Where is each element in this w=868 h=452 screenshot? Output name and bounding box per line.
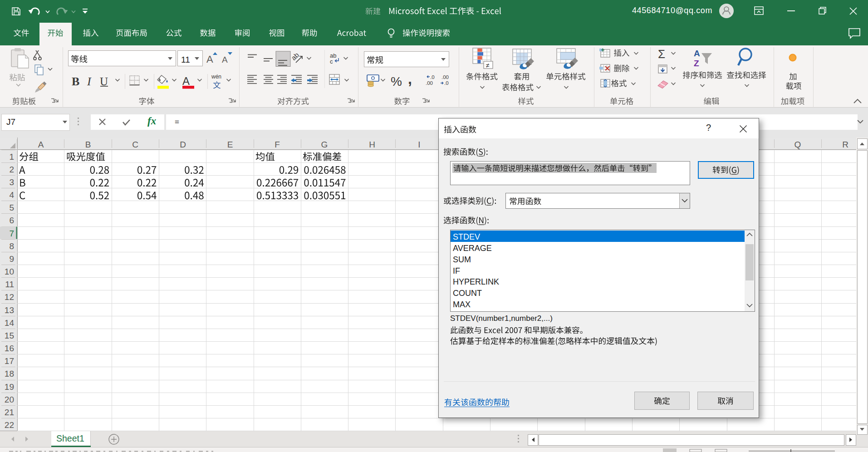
svg-text:B: B xyxy=(85,140,91,149)
svg-text:2: 2 xyxy=(9,165,14,174)
svg-text:14: 14 xyxy=(5,318,15,328)
svg-text:22: 22 xyxy=(5,420,14,430)
svg-text:1: 1 xyxy=(9,152,14,162)
svg-text:21: 21 xyxy=(5,408,14,417)
svg-text:17: 17 xyxy=(5,356,14,366)
svg-text:D: D xyxy=(180,140,186,149)
svg-text:11: 11 xyxy=(181,55,190,64)
svg-text:4: 4 xyxy=(9,190,14,200)
svg-text:H: H xyxy=(369,140,375,149)
svg-text:C: C xyxy=(132,140,138,149)
svg-text:10: 10 xyxy=(5,267,14,276)
svg-text:11: 11 xyxy=(5,280,14,289)
svg-text:20: 20 xyxy=(5,395,14,404)
svg-text:19: 19 xyxy=(5,382,14,392)
svg-text:13: 13 xyxy=(5,305,14,315)
svg-text:5: 5 xyxy=(9,203,14,212)
svg-text:E: E xyxy=(227,140,233,149)
svg-text:3: 3 xyxy=(9,177,14,187)
svg-text:I: I xyxy=(418,140,420,149)
svg-text:8: 8 xyxy=(9,241,14,251)
svg-text:12: 12 xyxy=(5,292,14,302)
svg-text:18: 18 xyxy=(5,369,14,378)
svg-text:R: R xyxy=(842,140,848,149)
svg-text:6: 6 xyxy=(9,216,14,225)
svg-text:Q: Q xyxy=(794,140,801,149)
svg-text:15: 15 xyxy=(5,331,14,340)
svg-text:F: F xyxy=(275,140,280,149)
svg-text:A: A xyxy=(38,140,44,149)
svg-text:7: 7 xyxy=(9,229,14,238)
svg-text:16: 16 xyxy=(5,344,14,353)
svg-text:G: G xyxy=(321,140,328,149)
svg-text:9: 9 xyxy=(9,254,14,264)
